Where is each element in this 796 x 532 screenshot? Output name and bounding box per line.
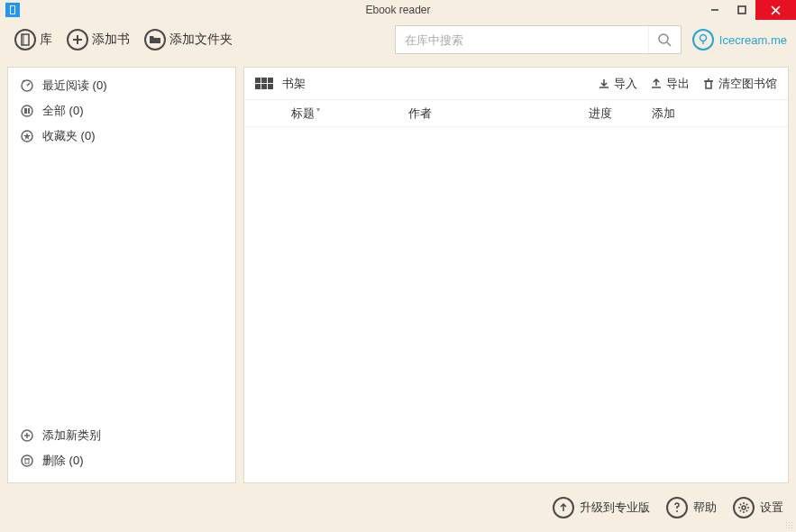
gear-icon: [733, 497, 755, 518]
window-controls: [701, 0, 796, 20]
book-icon: [14, 29, 36, 50]
import-icon: [598, 78, 610, 90]
sidebar-item-label: 收藏夹 (0): [42, 128, 96, 144]
sidebar-delete[interactable]: 删除 (0): [8, 448, 235, 473]
sidebar-item-recent[interactable]: 最近阅读 (0): [8, 73, 235, 98]
grid-view-icon[interactable]: [255, 78, 273, 90]
svg-line-9: [667, 42, 671, 46]
brand-link[interactable]: Icecream.me: [692, 29, 787, 50]
help-button[interactable]: 帮助: [666, 497, 717, 518]
svg-rect-21: [25, 459, 29, 463]
clear-library-button[interactable]: 清空图书馆: [702, 76, 777, 92]
import-label: 导入: [614, 76, 637, 92]
sidebar-item-label: 全部 (0): [42, 103, 84, 119]
svg-point-8: [659, 34, 668, 43]
svg-rect-23: [706, 81, 711, 88]
sidebar: 最近阅读 (0) 全部 (0) 收藏夹 (0) 添加新类别: [7, 67, 236, 483]
library-label: 库: [40, 32, 52, 48]
app-icon: [5, 3, 20, 17]
books-icon: [19, 103, 35, 119]
column-author[interactable]: 作者: [408, 105, 589, 122]
sidebar-item-label: 删除 (0): [42, 453, 84, 469]
window-title: Ebook reader: [365, 4, 430, 16]
trash-icon: [702, 78, 715, 90]
folder-icon: [144, 29, 166, 50]
upgrade-label: 升级到专业版: [580, 500, 650, 516]
export-icon: [650, 78, 663, 90]
help-icon: [666, 497, 688, 518]
sidebar-item-label: 最近阅读 (0): [42, 78, 107, 94]
main-panel: 书架 导入 导出 清空图书馆 标题 ▾ 作者: [243, 67, 789, 483]
search-box: [395, 25, 682, 54]
svg-rect-14: [24, 108, 27, 114]
sidebar-item-favorites[interactable]: 收藏夹 (0): [8, 124, 235, 149]
column-added[interactable]: 添加: [652, 105, 675, 122]
export-label: 导出: [666, 76, 690, 92]
sort-indicator-icon: ▾: [316, 105, 320, 114]
svg-rect-1: [738, 6, 746, 14]
svg-point-26: [676, 510, 678, 512]
resize-grip[interactable]: [785, 521, 794, 530]
sidebar-add-category[interactable]: 添加新类别: [8, 423, 235, 448]
clear-label: 清空图书馆: [718, 76, 777, 92]
svg-rect-15: [28, 108, 30, 114]
svg-point-27: [742, 506, 746, 509]
column-progress[interactable]: 进度: [589, 105, 652, 122]
minimize-button[interactable]: [701, 0, 728, 20]
content: 最近阅读 (0) 全部 (0) 收藏夹 (0) 添加新类别: [0, 60, 796, 491]
svg-point-20: [22, 455, 32, 466]
plus-circle-icon: [19, 427, 35, 444]
settings-button[interactable]: 设置: [733, 497, 783, 518]
svg-point-10: [700, 35, 706, 41]
add-book-button[interactable]: 添加书: [61, 27, 135, 52]
sidebar-item-label: 添加新类别: [42, 427, 101, 444]
search-icon: [657, 32, 672, 47]
column-title[interactable]: 标题 ▾: [291, 105, 408, 122]
upgrade-icon: [553, 497, 574, 518]
search-input[interactable]: [396, 33, 648, 47]
bulb-icon: [692, 29, 714, 50]
footer: 升级到专业版 帮助 设置: [0, 491, 796, 525]
maximize-button[interactable]: [728, 0, 755, 20]
book-list: [244, 127, 788, 482]
plus-icon: [67, 29, 88, 50]
add-book-label: 添加书: [92, 32, 130, 48]
svg-rect-4: [22, 34, 29, 45]
star-icon: [19, 128, 35, 144]
library-button[interactable]: 库: [9, 27, 58, 52]
brand-label: Icecream.me: [719, 33, 787, 47]
export-button[interactable]: 导出: [650, 76, 690, 92]
main-header: 书架 导入 导出 清空图书馆: [244, 68, 788, 100]
search-button[interactable]: [648, 26, 681, 53]
sidebar-item-all[interactable]: 全部 (0): [8, 98, 235, 124]
shelf-label: 书架: [282, 76, 306, 92]
titlebar: Ebook reader: [0, 0, 796, 20]
add-folder-button[interactable]: 添加文件夹: [139, 27, 238, 52]
recent-icon: [19, 78, 35, 94]
column-headers: 标题 ▾ 作者 进度 添加: [244, 100, 788, 127]
settings-label: 设置: [760, 500, 783, 516]
import-button[interactable]: 导入: [598, 76, 637, 92]
help-label: 帮助: [693, 500, 717, 516]
upgrade-button[interactable]: 升级到专业版: [553, 497, 650, 518]
add-folder-label: 添加文件夹: [169, 32, 233, 48]
toolbar: 库 添加书 添加文件夹 Icecream.me: [0, 20, 796, 60]
close-button[interactable]: [755, 0, 796, 20]
trash-circle-icon: [19, 453, 35, 469]
